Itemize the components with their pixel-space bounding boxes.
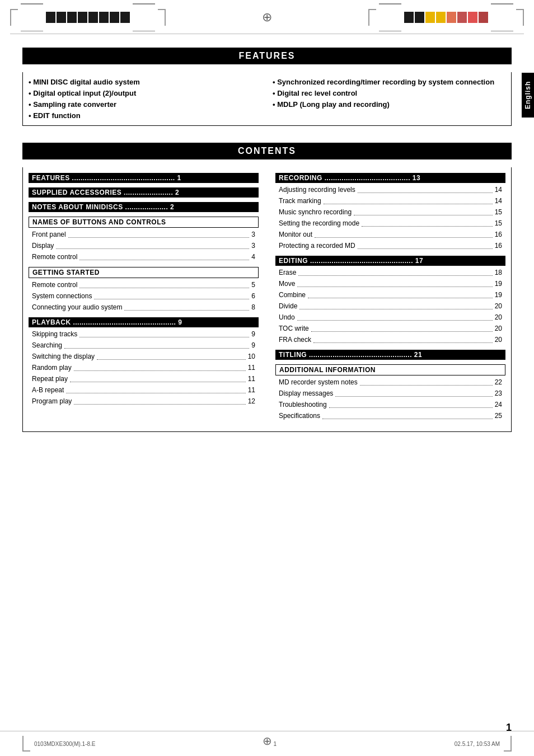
toc-entry-troubleshooting: Troubleshooting 24 xyxy=(275,399,505,410)
toc-entry-monitor-out: Monitor out 16 xyxy=(275,229,505,240)
toc-label-display-messages: Display messages xyxy=(279,388,333,398)
toc-dots xyxy=(68,229,250,238)
toc-label-display: Display xyxy=(32,241,54,251)
toc-dots xyxy=(299,301,492,309)
toc-page-recording-mode: 15 xyxy=(495,218,502,228)
top-right-decoration xyxy=(368,3,524,31)
toc-label-front-panel: Front panel xyxy=(32,229,66,240)
toc-entry-recording-mode: Setting the recording mode 15 xyxy=(275,218,505,229)
toc-entry-random-play: Random play 11 xyxy=(29,362,259,373)
toc-page-undo: 20 xyxy=(495,312,502,322)
toc-label-undo: Undo xyxy=(279,312,295,322)
toc-getting-started-header: GETTING STARTED xyxy=(29,267,259,278)
features-heading: FEATURES xyxy=(29,51,505,61)
stripe-bar-right xyxy=(404,12,488,23)
toc-label-monitor-out: Monitor out xyxy=(279,229,312,240)
toc-additional-header: ADDITIONAL INFORMATION xyxy=(275,364,505,375)
toc-page-display-messages: 23 xyxy=(495,388,502,398)
toc-dots xyxy=(308,290,493,298)
toc-label-protecting: Protecting a recorded MD xyxy=(279,241,355,251)
toc-dots xyxy=(354,207,493,215)
toc-page-display: 3 xyxy=(251,241,255,251)
features-right-col: Synchronized recording/timer recording b… xyxy=(273,78,505,120)
toc-page-connecting: 8 xyxy=(251,302,255,312)
toc-dots xyxy=(94,291,249,299)
toc-dots xyxy=(56,241,249,249)
toc-dots xyxy=(358,185,493,193)
toc-label-recording-mode: Setting the recording mode xyxy=(279,218,359,228)
toc-label-connecting: Connecting your audio system xyxy=(32,302,122,312)
bottom-right-text: 02.5.17, 10:53 AM xyxy=(455,741,500,747)
toc-label-random-play: Random play xyxy=(32,363,72,373)
toc-page-toc-write: 20 xyxy=(495,323,502,334)
toc-entry-repeat-play: Repeat play 11 xyxy=(29,373,259,384)
toc-page-combine: 19 xyxy=(495,290,502,300)
toc-accessories-header: SUPPLIED ACCESSORIES ...................… xyxy=(29,187,259,198)
toc-names-header: NAMES OF BUTTONS AND CONTROLS xyxy=(29,217,259,228)
toc-entry-track-marking: Track marking 14 xyxy=(275,195,505,206)
contents-title-box: CONTENTS xyxy=(22,143,512,159)
toc-page-program-play: 12 xyxy=(248,396,255,406)
toc-label-combine: Combine xyxy=(279,290,306,300)
toc-editing-header: EDITING ................................… xyxy=(275,256,505,266)
contents-grid: FEATURES ...............................… xyxy=(22,167,512,432)
toc-entry-undo: Undo 20 xyxy=(275,312,505,323)
toc-page-switching-display: 10 xyxy=(248,351,255,361)
toc-dots xyxy=(124,302,249,311)
toc-page-fra-check: 20 xyxy=(495,335,502,345)
toc-page-skipping: 9 xyxy=(251,329,255,339)
page-wrapper: ⊕ Engli xyxy=(0,0,534,756)
toc-entry-divide: Divide 20 xyxy=(275,300,505,312)
toc-dots xyxy=(329,400,493,408)
toc-page-track-marking: 14 xyxy=(495,196,502,206)
toc-dots xyxy=(70,374,246,382)
toc-getting-started-section: GETTING STARTED Remote control 5 System … xyxy=(29,267,259,313)
toc-label-remote-names: Remote control xyxy=(32,252,77,262)
toc-entry-toc-write: TOC write 20 xyxy=(275,323,505,334)
bottom-left-text: 0103MDXE300(M).1-8.E xyxy=(34,741,96,747)
feature-item-3: Sampling rate converter xyxy=(29,100,261,109)
top-decorative-bar: ⊕ xyxy=(0,0,534,31)
toc-dots xyxy=(74,396,245,405)
toc-page-repeat-play: 11 xyxy=(248,374,255,384)
toc-page-remote-gs: 5 xyxy=(251,280,255,290)
toc-entry-erase: Erase 18 xyxy=(275,267,505,278)
toc-dots xyxy=(335,388,492,397)
toc-dots xyxy=(79,280,249,288)
contents-heading: CONTENTS xyxy=(29,146,505,156)
toc-entry-skipping: Skipping tracks 9 xyxy=(29,328,259,340)
toc-page-troubleshooting: 24 xyxy=(495,400,502,410)
contents-left-column: FEATURES ...............................… xyxy=(29,173,259,426)
toc-playback-section: PLAYBACK ...............................… xyxy=(29,317,259,407)
toc-dots xyxy=(79,329,249,337)
toc-titling-header: TITLING ................................… xyxy=(275,350,505,360)
toc-label-program-play: Program play xyxy=(32,396,72,406)
toc-dots xyxy=(97,351,246,360)
toc-label-remote-gs: Remote control xyxy=(32,280,77,290)
main-content: FEATURES MINI DISC digital audio system … xyxy=(0,36,534,443)
toc-label-track-marking: Track marking xyxy=(279,196,321,206)
toc-label-searching: Searching xyxy=(32,340,62,350)
toc-features-section: FEATURES ...............................… xyxy=(29,173,259,183)
toc-page-erase: 18 xyxy=(495,267,502,278)
bottom-crosshair: ⊕ xyxy=(263,734,272,748)
toc-editing-section: EDITING ................................… xyxy=(275,256,505,345)
toc-entry-specifications: Specifications 25 xyxy=(275,410,505,421)
toc-entry-combine: Combine 19 xyxy=(275,289,505,300)
toc-label-move: Move xyxy=(279,279,295,289)
toc-dots xyxy=(358,241,493,249)
corner-bracket-tl xyxy=(10,9,18,26)
features-grid: MINI DISC digital audio system Digital o… xyxy=(22,72,512,126)
toc-entry-remote-names: Remote control 4 xyxy=(29,251,259,262)
toc-entry-switching-display: Switching the display 10 xyxy=(29,351,259,362)
stripe-bar-left xyxy=(46,12,130,23)
toc-label-repeat-play: Repeat play xyxy=(32,374,68,384)
toc-recording-section: RECORDING ..............................… xyxy=(275,173,505,251)
top-left-decoration xyxy=(10,3,166,31)
toc-entry-remote-gs: Remote control 5 xyxy=(29,279,259,290)
toc-dots xyxy=(362,218,493,227)
toc-entry-ab-repeat: A-B repeat 11 xyxy=(29,384,259,396)
toc-entry-front-panel: Front panel 3 xyxy=(29,229,259,240)
corner-bracket-tl-right xyxy=(368,9,376,26)
toc-titling-section: TITLING ................................… xyxy=(275,350,505,360)
